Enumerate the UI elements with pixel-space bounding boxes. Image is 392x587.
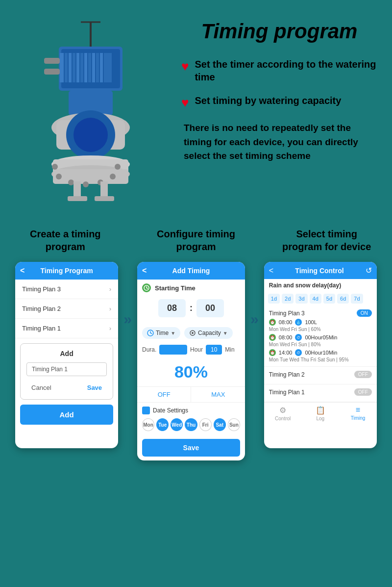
list-item-plan3[interactable]: Timing Plan 3 › [15,280,118,299]
refresh-icon[interactable]: ↺ [366,266,372,275]
phone1: < Timing Program Timing Plan 3 › Timing … [15,262,118,448]
day-btn-3d[interactable]: 3d [295,294,307,304]
svg-rect-17 [44,69,60,75]
day-thu[interactable]: Thu [185,418,197,431]
day-btn-6d[interactable]: 6d [337,294,349,304]
min-val: 10 [206,345,222,355]
back-arrow-3[interactable]: < [269,266,273,275]
nav-control[interactable]: ⚙ Control [264,403,302,424]
day-sun[interactable]: Sun [228,418,240,431]
plan3-toggle[interactable]: ON [357,309,372,317]
off-button[interactable]: OFF [137,387,192,402]
nav-timing[interactable]: ≡ Timing [339,403,377,424]
day-buttons-row: 1d 2d 3d 4d 5d 6d 7d [264,292,377,306]
date-label: Date Settings [153,407,188,414]
top-section: Timing program ♥ Set the timer according… [0,0,392,223]
day-sat[interactable]: Sat [214,418,226,431]
plan1-toggle[interactable]: OFF [354,388,372,396]
add-dialog-input[interactable]: Timing Plan 1 [26,362,107,376]
svg-rect-16 [44,58,60,64]
plan3-time-icon3: ⏰ [269,349,276,356]
back-arrow-1[interactable]: < [20,266,24,275]
add-bottom-btn[interactable]: Add [20,405,113,425]
day-tue[interactable]: Tue [156,418,169,431]
svg-rect-11 [88,53,91,82]
svg-rect-10 [84,53,87,82]
add-dialog-title: Add [26,350,107,357]
control-header: < Timing Control ↺ [264,262,377,279]
svg-point-27 [56,174,62,179]
day-btn-5d[interactable]: 5d [323,294,335,304]
plan3-sub2: ⏰ 08:00 ⏱ 00Hour05Min [269,334,372,341]
day-btn-4d[interactable]: 4d [310,294,321,304]
plan3-time3: 14:00 [279,350,293,356]
plan3-days2: Mon Wed Fri Sun | 80% [269,342,372,347]
day-mon[interactable]: Mon [142,418,154,431]
chevron-icon-1: › [109,286,111,293]
day-wed[interactable]: Wed [171,418,183,431]
steps-row: Create a timing program Configure timing… [10,228,382,257]
svg-rect-4 [60,53,64,82]
day-btn-7d[interactable]: 7d [351,294,363,304]
description-text: There is no need to repeatedly set the t… [181,121,377,163]
svg-rect-6 [69,53,72,82]
dura-value-box [159,345,187,355]
cancel-button[interactable]: Cancel [26,382,56,393]
right-info: Timing program ♥ Set the timer according… [172,15,377,163]
svg-rect-13 [96,53,99,82]
hour-box[interactable]: 08 [158,299,186,317]
step3: Select timing program for device [271,228,382,257]
minute-box[interactable]: 00 [196,299,224,317]
hour-label: Hour [190,346,203,353]
svg-point-28 [68,179,74,185]
days-row: Mon Tue Wed Thu Fri Sat Sun [142,418,240,431]
plan2-label: Timing Plan 2 [22,305,61,312]
day-fri[interactable]: Fri [199,418,212,431]
save-timing-btn[interactable]: Save [142,439,240,457]
time-selector[interactable]: Time ▼ [142,327,180,339]
bullet-item-1: ♥ Set the timer according to the waterin… [181,58,377,83]
save-button[interactable]: Save [82,382,107,393]
plan2-toggle[interactable]: OFF [354,371,372,378]
svg-rect-5 [65,53,68,82]
svg-point-22 [74,118,108,152]
svg-rect-12 [92,53,95,82]
list-item-plan2[interactable]: Timing Plan 2 › [15,299,118,319]
day-btn-2d[interactable]: 2d [282,294,294,304]
plan3-time2: 08:00 [279,334,293,340]
duration-row: Dura. Hour 10 Min [137,342,245,357]
plan3-days1: Mon Wed Fri Sun | 60% [269,327,372,332]
svg-rect-35 [100,181,108,199]
date-icon [142,407,150,414]
plan2-item: Timing Plan 2 OFF [264,367,377,384]
date-header: Date Settings [142,407,240,414]
svg-rect-14 [100,53,103,82]
nav-timing-label: Timing [351,415,366,421]
phone2: < Add Timing Starting Time 08 : 00 Time … [137,262,245,460]
capacity-label: Capacity [198,330,221,336]
plan3-days3: Mon Tue Wed Thu Fri Sat Sun | 95% [269,357,372,362]
timing-icon: ≡ [341,406,375,414]
phone1-title: Timing Program [41,267,93,275]
plan3-name: Timing Plan 3 [269,310,305,317]
nav-log[interactable]: 📋 Log [302,403,340,424]
list-item-plan1[interactable]: Timing Plan 1 › [15,319,118,338]
bullet-text-1: Set the timer according to the watering … [195,58,377,83]
svg-rect-36 [68,196,87,201]
step1: Create a timing program [10,228,121,257]
date-section: Date Settings Mon Tue Wed Thu Fri Sat Su… [137,403,245,435]
max-button[interactable]: MAX [191,387,245,402]
plan3-time1: 08:00 [279,319,293,325]
back-arrow-2[interactable]: < [142,266,147,275]
plan3-sub3: ⏰ 14:00 ⏱ 00Hour10Min [269,349,372,356]
bottom-nav: ⚙ Control 📋 Log ≡ Timing [264,402,377,424]
day-btn-1d[interactable]: 1d [268,294,280,304]
heart-icon-2: ♥ [181,95,189,110]
plan3-sub1: ⏰ 08:00 💧 100L [269,319,372,326]
plan1-header-row: Timing Plan 1 OFF [269,388,372,396]
plan3-cap-icon1: 💧 [295,319,302,326]
plan3-cap-icon2: ⏱ [295,334,302,341]
device-image [15,15,172,213]
svg-point-29 [83,181,89,187]
capacity-selector[interactable]: Capacity ▼ [184,327,233,339]
